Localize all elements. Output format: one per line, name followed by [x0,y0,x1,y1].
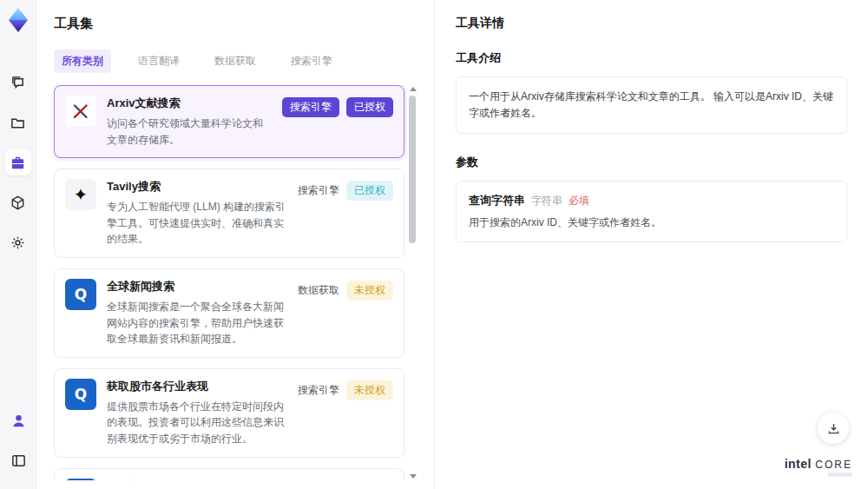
category-tabs: 所有类别 语言翻译 数据获取 搜索引擎 [54,50,417,73]
tool-intro-text: 一个用于从Arxiv存储库搜索科学论文和文章的工具。 输入可以是Arxiv ID… [456,76,847,134]
tool-card-global-news[interactable]: Q 全球新闻搜索 全球新闻搜索是一个聚合全球各大新闻网站内容的搜索引擎，帮助用户… [54,268,404,358]
category-label: 搜索引擎 [298,181,339,201]
params-heading: 参数 [456,155,847,170]
tool-name: 全球新闻搜索 [107,279,287,294]
tool-name: Arxiv文献搜索 [107,96,272,111]
tavily-star-icon: ✦ [65,179,96,210]
tool-list-panel: 工具集 所有类别 语言翻译 数据获取 搜索引擎 Arxiv文献搜索 访问各个研究… [36,0,434,489]
auth-status-badge: 未授权 [346,281,393,301]
tool-detail-panel: 工具详情 工具介绍 一个用于从Arxiv存储库搜索科学论文和文章的工具。 输入可… [434,0,868,489]
intel-core-underbar [828,472,852,477]
tab-data-acquisition[interactable]: 数据获取 [207,50,264,73]
tool-name: 获取市场最活跃股票信息 [107,479,287,480]
param-required-label: 必填 [569,194,589,208]
folder-icon[interactable] [5,109,31,135]
param-type: 字符串 [531,194,562,208]
download-button[interactable] [818,413,849,444]
detail-title: 工具详情 [456,16,847,31]
user-icon[interactable] [5,407,31,433]
tool-card-active-stocks[interactable]: Q 获取市场最活跃股票信息 提供当天交易量最高的股票列表，投资者可以利用这些信息… [54,468,404,480]
tool-list: Arxiv文献搜索 访问各个研究领域大量科学论文和文章的存储库。 搜索引擎 已授… [54,85,417,480]
app-window: 工具集 所有类别 语言翻译 数据获取 搜索引擎 Arxiv文献搜索 访问各个研究… [0,0,868,489]
scrollbar-thumb[interactable] [409,96,416,243]
news-q-icon: Q [65,279,96,310]
tool-card-sector-performance[interactable]: Q 获取股市各行业表现 提供股票市场各个行业在特定时间段内的表现。投资者可以利用… [54,368,404,458]
intel-wordmark: intel [785,457,812,471]
auth-status-badge: 未授权 [346,380,393,400]
category-label: 数据获取 [298,281,339,301]
chat-icon[interactable] [5,69,31,96]
tool-card-tavily[interactable]: ✦ Tavily搜索 专为人工智能代理 (LLM) 构建的搜索引擎工具。可快速提… [54,169,404,258]
page-title: 工具集 [54,16,417,32]
scroll-down-arrow[interactable] [410,474,417,479]
intel-core-logo: intel CORE [785,457,852,477]
tab-all-categories[interactable]: 所有类别 [54,50,111,73]
tab-language-translation[interactable]: 语言翻译 [130,50,187,73]
auth-status-badge: 已授权 [346,181,393,201]
tool-description: 访问各个研究领域大量科学论文和文章的存储库。 [107,116,272,148]
cube-icon[interactable] [5,189,31,215]
core-wordmark: CORE [815,459,852,471]
tool-description: 提供股票市场各个行业在特定时间段内的表现。投资者可以利用这些信息来识别表现优于或… [107,399,287,447]
tool-name: 获取股市各行业表现 [107,379,287,394]
param-name: 查询字符串 [469,193,525,208]
stock-q-icon: Q [65,379,96,410]
intro-heading: 工具介绍 [456,50,847,66]
app-logo-icon [6,7,30,33]
icon-rail [0,0,36,489]
stock-q-icon: Q [65,479,96,480]
panel-toggle-icon[interactable] [5,447,31,473]
briefcase-icon[interactable] [5,149,31,175]
tab-search-engine[interactable]: 搜索引擎 [283,50,340,73]
tool-card-arxiv[interactable]: Arxiv文献搜索 访问各个研究领域大量科学论文和文章的存储库。 搜索引擎 已授… [54,85,404,158]
category-label: 搜索引擎 [298,380,339,400]
parameter-card: 查询字符串 字符串 必填 用于搜索的Arxiv ID、关键字或作者姓名。 [456,181,847,242]
tool-description: 专为人工智能代理 (LLM) 构建的搜索引擎工具。可快速提供实时、准确和真实的结… [107,199,287,248]
arxiv-logo-icon [65,96,96,127]
auth-status-badge: 已授权 [346,97,393,117]
list-scrollbar[interactable] [408,87,417,479]
scroll-up-arrow[interactable] [410,87,417,91]
category-badge: 搜索引擎 [282,97,339,117]
tool-description: 全球新闻搜索是一个聚合全球各大新闻网站内容的搜索引擎，帮助用户快速获取全球最新资… [107,299,287,347]
gear-icon[interactable] [5,229,31,255]
param-description: 用于搜索的Arxiv ID、关键字或作者姓名。 [469,215,834,230]
tool-name: Tavily搜索 [107,179,287,195]
